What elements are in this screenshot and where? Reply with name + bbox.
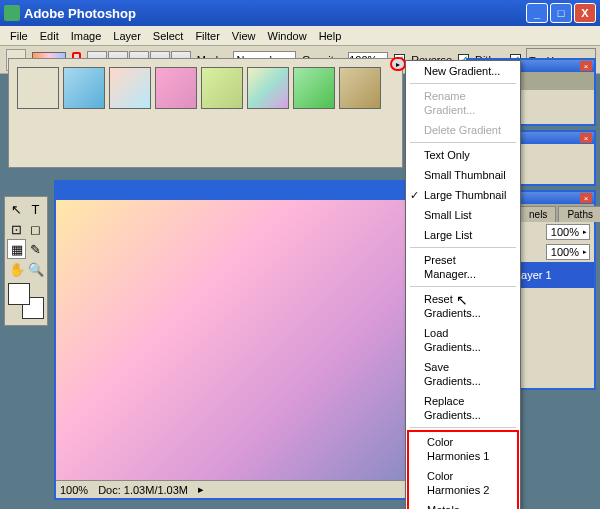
menu-preset-manager[interactable]: Preset Manager...	[406, 250, 520, 284]
menu-edit[interactable]: Edit	[34, 28, 65, 44]
gradient-swatch[interactable]	[339, 67, 381, 109]
menu-new-gradient[interactable]: New Gradient...	[406, 61, 520, 81]
window-title: Adobe Photoshop	[24, 6, 524, 21]
eyedropper-tool[interactable]: ✎	[26, 239, 45, 259]
document-titlebar[interactable]	[56, 182, 452, 200]
menu-reset-gradients[interactable]: Reset Gradients...	[406, 289, 520, 323]
gradient-swatch[interactable]	[63, 67, 105, 109]
gradient-swatch[interactable]	[247, 67, 289, 109]
menu-replace-gradients[interactable]: Replace Gradients...	[406, 391, 520, 425]
menu-large-thumbnail[interactable]: Large Thumbnail	[406, 185, 520, 205]
preset-color-harmonies-2[interactable]: Color Harmonies 2	[409, 466, 517, 500]
menu-text-only[interactable]: Text Only	[406, 145, 520, 165]
menu-window[interactable]: Window	[262, 28, 313, 44]
crop-tool[interactable]: ⊡	[7, 219, 26, 239]
maximize-button[interactable]: □	[550, 3, 572, 23]
gradient-swatch[interactable]	[293, 67, 335, 109]
gradient-grid	[17, 67, 394, 109]
hand-tool[interactable]: ✋	[7, 259, 26, 279]
document-canvas[interactable]	[56, 200, 452, 480]
foreground-color[interactable]	[8, 283, 30, 305]
panel-close-icon[interactable]: ×	[580, 193, 592, 203]
gradient-swatch[interactable]	[201, 67, 243, 109]
gradient-swatch[interactable]	[109, 67, 151, 109]
move-tool[interactable]: ↖	[7, 199, 26, 219]
window-titlebar: Adobe Photoshop _ □ X	[0, 0, 600, 26]
minimize-button[interactable]: _	[526, 3, 548, 23]
toolbox: ↖T ⊡◻ ▦✎ ✋🔍	[4, 196, 48, 326]
document-statusbar: 100% Doc: 1.03M/1.03M ▸	[56, 480, 452, 498]
gradient-swatch[interactable]	[17, 67, 59, 109]
menu-large-list[interactable]: Large List	[406, 225, 520, 245]
menu-file[interactable]: File	[4, 28, 34, 44]
menu-help[interactable]: Help	[313, 28, 348, 44]
status-arrow-icon[interactable]: ▸	[198, 483, 204, 496]
document-window: 100% Doc: 1.03M/1.03M ▸	[54, 180, 454, 500]
panel-close-icon[interactable]: ×	[580, 133, 592, 143]
menu-small-thumbnail[interactable]: Small Thumbnail	[406, 165, 520, 185]
color-swatches[interactable]	[8, 283, 44, 319]
menu-load-gradients[interactable]: Load Gradients...	[406, 323, 520, 357]
close-button[interactable]: X	[574, 3, 596, 23]
gradient-flyout-button[interactable]: ▸	[390, 57, 406, 71]
shape-tool[interactable]: ◻	[26, 219, 45, 239]
layer-fill-input[interactable]: 100%▸	[546, 244, 590, 260]
panel-close-icon[interactable]: ×	[580, 61, 592, 71]
menu-layer[interactable]: Layer	[107, 28, 147, 44]
gradient-flyout-menu: New Gradient... Rename Gradient... Delet…	[405, 60, 521, 509]
menu-save-gradients[interactable]: Save Gradients...	[406, 357, 520, 391]
preset-color-harmonies-1[interactable]: Color Harmonies 1	[409, 432, 517, 466]
gradient-preset-group: Color Harmonies 1 Color Harmonies 2 Meta…	[407, 430, 519, 509]
doc-size: Doc: 1.03M/1.03M	[98, 484, 188, 496]
zoom-tool[interactable]: 🔍	[26, 259, 45, 279]
gradient-tool[interactable]: ▦	[7, 239, 26, 259]
menu-small-list[interactable]: Small List	[406, 205, 520, 225]
menu-image[interactable]: Image	[65, 28, 108, 44]
preset-metals[interactable]: Metals	[409, 500, 517, 509]
menubar: File Edit Image Layer Select Filter View…	[0, 26, 600, 46]
menu-view[interactable]: View	[226, 28, 262, 44]
menu-select[interactable]: Select	[147, 28, 190, 44]
zoom-level[interactable]: 100%	[60, 484, 88, 496]
app-icon	[4, 5, 20, 21]
menu-filter[interactable]: Filter	[189, 28, 225, 44]
paths-tab[interactable]: Paths	[558, 206, 600, 222]
menu-delete-gradient: Delete Gradient	[406, 120, 520, 140]
menu-rename-gradient: Rename Gradient...	[406, 86, 520, 120]
gradient-swatch[interactable]	[155, 67, 197, 109]
layer-opacity-input[interactable]: 100%▸	[546, 224, 590, 240]
gradient-picker-panel: ▸	[8, 58, 403, 168]
type-tool[interactable]: T	[26, 199, 45, 219]
channels-tab[interactable]: nels	[520, 206, 556, 222]
